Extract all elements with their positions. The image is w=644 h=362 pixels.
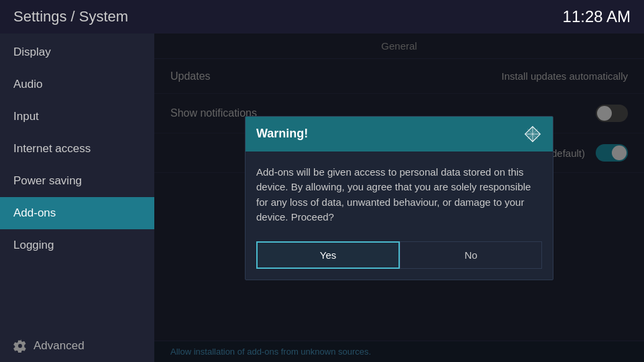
no-button[interactable]: No	[400, 241, 542, 269]
clock: 11:28 AM	[563, 7, 631, 26]
warning-dialog: Warning! Add-ons will be given access to…	[245, 116, 553, 280]
sidebar-item-add-ons[interactable]: Add-ons	[0, 197, 154, 229]
header: Settings / System 11:28 AM	[0, 0, 644, 34]
main-layout: Display Audio Input Internet access Powe…	[0, 34, 644, 362]
sidebar-item-display[interactable]: Display	[0, 36, 154, 68]
advanced-label: Advanced	[34, 339, 85, 353]
dialog-header: Warning!	[246, 117, 553, 152]
content-area: General Updates Install updates automati…	[154, 34, 644, 362]
dialog-message: Add-ons will be given access to personal…	[246, 152, 553, 236]
sidebar-item-power-saving[interactable]: Power saving	[0, 165, 154, 197]
gear-icon	[13, 339, 27, 353]
dialog-title: Warning!	[256, 127, 308, 141]
sidebar-item-audio[interactable]: Audio	[0, 68, 154, 101]
sidebar-item-logging[interactable]: Logging	[0, 229, 154, 261]
yes-button[interactable]: Yes	[256, 241, 400, 269]
kodi-logo-icon	[523, 125, 542, 143]
dialog-buttons: Yes No	[246, 236, 553, 280]
sidebar-item-input[interactable]: Input	[0, 101, 154, 133]
page-title: Settings / System	[13, 8, 128, 25]
sidebar-item-internet-access[interactable]: Internet access	[0, 133, 154, 165]
advanced-settings-button[interactable]: Advanced	[0, 330, 154, 362]
modal-overlay: Warning! Add-ons will be given access to…	[154, 34, 644, 362]
sidebar: Display Audio Input Internet access Powe…	[0, 34, 154, 362]
